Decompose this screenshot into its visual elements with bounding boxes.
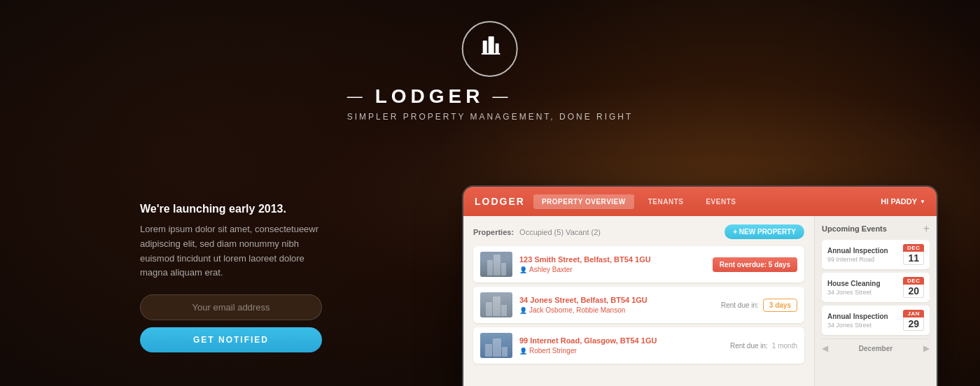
event-item: House Cleaning 34 Jones Street DEC 20 [822, 273, 930, 302]
property-item: 34 Jones Street, Belfast, BT54 1GU 👤 Jac… [473, 287, 804, 323]
nav-tenants[interactable]: TENANTS [640, 194, 692, 209]
logo-name: LODGER [375, 85, 484, 108]
calendar-month: December [859, 345, 892, 352]
calendar-next-button[interactable]: ▶ [923, 343, 930, 353]
event-subtitle: 99 Internet Road [827, 256, 897, 263]
event-month: DEC [903, 244, 924, 252]
person-icon: 👤 [519, 307, 527, 314]
month-text: 1 month [772, 342, 797, 350]
days-badge: 3 days [763, 299, 797, 312]
event-title: House Cleaning [827, 280, 897, 287]
rent-due-info: Rent due in: 3 days [721, 299, 797, 312]
app-main: Properties: Occupied (5) Vacant (2) + NE… [463, 216, 814, 386]
launch-body: Lorem ipsum dolor sit amet, consectetuee… [140, 222, 322, 280]
rent-overdue-badge: Rent overdue: 5 days [713, 257, 797, 272]
event-day: 20 [903, 285, 924, 298]
rent-due-info: Rent due in: 1 month [730, 342, 797, 350]
app-header: LODGER PROPERTY OVERVIEW TENANTS EVENTS … [463, 187, 937, 216]
event-date: DEC 11 [903, 244, 924, 265]
svg-rect-3 [482, 53, 500, 55]
app-mockup: LODGER PROPERTY OVERVIEW TENANTS EVENTS … [462, 185, 938, 386]
person-icon: 👤 [519, 266, 527, 273]
tenant-name[interactable]: Jack Osborne, Robbie Manson [529, 306, 625, 314]
calendar-prev-button[interactable]: ◀ [822, 343, 828, 353]
tenant-name[interactable]: Ashley Baxter [529, 266, 573, 273]
event-title: Annual Inspection [827, 313, 897, 320]
event-subtitle: 34 Jones Street [827, 289, 897, 296]
logo-dash-right: — [492, 87, 512, 106]
sidebar-title: Upcoming Events [822, 224, 887, 233]
add-event-button[interactable]: + [923, 223, 930, 234]
property-tenant: 👤 Ashley Baxter [519, 266, 706, 273]
logo-text: — LODGER — [347, 85, 634, 108]
property-address[interactable]: 123 Smith Street, Belfast, BT54 1GU [519, 255, 706, 264]
properties-label: Properties: [473, 228, 514, 236]
property-item: 99 Internet Road, Glasgow, BT54 1GU 👤 Ro… [473, 327, 804, 364]
logo-dash-left: — [347, 87, 367, 106]
property-thumbnail [480, 292, 512, 317]
building-icon [477, 34, 503, 64]
svg-rect-0 [483, 41, 487, 55]
due-prefix: Rent due in: [721, 301, 759, 309]
event-date: DEC 20 [903, 277, 924, 298]
nav-events[interactable]: EVENTS [697, 194, 744, 209]
logo-subtitle: SIMPLER PROPERTY MANAGEMENT, DONE RIGHT [347, 112, 634, 122]
svg-rect-1 [489, 36, 494, 55]
event-subtitle: 34 Jones Street [827, 322, 897, 329]
logo-area: — LODGER — SIMPLER PROPERTY MANAGEMENT, … [347, 21, 634, 122]
property-info: 99 Internet Road, Glasgow, BT54 1GU 👤 Ro… [519, 336, 723, 355]
property-thumbnail [480, 252, 512, 277]
sidebar-header: Upcoming Events + [822, 223, 930, 234]
property-address[interactable]: 34 Jones Street, Belfast, BT54 1GU [519, 296, 714, 304]
event-date: JAN 29 [903, 310, 924, 331]
event-month: DEC [903, 277, 924, 285]
events-sidebar: Upcoming Events + Annual Inspection 99 I… [814, 216, 937, 386]
nav-property-overview[interactable]: PROPERTY OVERVIEW [533, 194, 634, 209]
svg-rect-2 [496, 43, 499, 55]
email-input[interactable] [140, 294, 322, 320]
properties-filter: Occupied (5) Vacant (2) [519, 228, 601, 236]
property-tenant: 👤 Robert Stringer [519, 347, 723, 355]
property-tenant: 👤 Jack Osborne, Robbie Manson [519, 306, 714, 314]
property-info: 34 Jones Street, Belfast, BT54 1GU 👤 Jac… [519, 296, 714, 314]
event-title: Annual Inspection [827, 247, 897, 255]
event-month: JAN [903, 310, 924, 317]
event-item: Annual Inspection 99 Internet Road DEC 1… [822, 240, 930, 269]
event-info: Annual Inspection 34 Jones Street [827, 313, 897, 329]
tenant-name[interactable]: Robert Stringer [529, 347, 577, 355]
event-day: 29 [903, 317, 924, 331]
due-prefix: Rent due in: [730, 342, 768, 350]
app-logo: LODGER [475, 196, 525, 207]
property-info: 123 Smith Street, Belfast, BT54 1GU 👤 As… [519, 255, 706, 273]
chevron-down-icon: ▼ [920, 199, 925, 205]
launch-heading: We're launching early 2013. [140, 203, 322, 215]
notify-button[interactable]: GET NOTIFIED [140, 327, 322, 352]
properties-header: Properties: Occupied (5) Vacant (2) + NE… [473, 224, 804, 239]
person-icon: 👤 [519, 348, 527, 355]
building-image [480, 252, 512, 277]
event-item: Annual Inspection 34 Jones Street JAN 29 [822, 306, 930, 335]
new-property-button[interactable]: + NEW PROPERTY [724, 224, 804, 239]
property-item: 123 Smith Street, Belfast, BT54 1GU 👤 As… [473, 246, 804, 283]
calendar-nav: ◀ December ▶ [822, 338, 930, 353]
user-label: HI PADDY [881, 197, 917, 206]
building-image [480, 333, 512, 358]
user-menu[interactable]: HI PADDY ▼ [881, 197, 925, 206]
event-info: Annual Inspection 99 Internet Road [827, 247, 897, 263]
app-body: Properties: Occupied (5) Vacant (2) + NE… [463, 216, 937, 386]
property-thumbnail [480, 333, 512, 358]
building-image [480, 292, 512, 317]
logo-circle [462, 21, 518, 77]
mockup-frame: LODGER PROPERTY OVERVIEW TENANTS EVENTS … [462, 185, 938, 386]
left-panel: We're launching early 2013. Lorem ipsum … [140, 203, 322, 352]
event-info: House Cleaning 34 Jones Street [827, 280, 897, 296]
property-address[interactable]: 99 Internet Road, Glasgow, BT54 1GU [519, 336, 723, 345]
event-day: 11 [903, 252, 924, 265]
